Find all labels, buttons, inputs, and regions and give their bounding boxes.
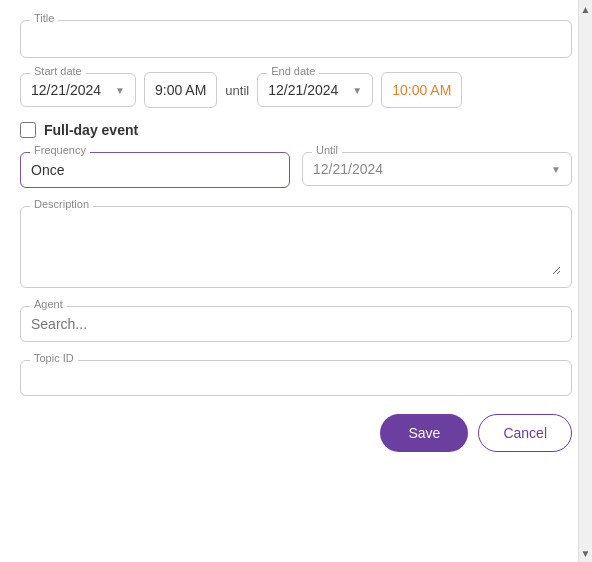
end-date-label: End date <box>267 65 319 77</box>
topic-id-input[interactable] <box>31 370 561 386</box>
topic-id-border <box>20 360 572 396</box>
save-button[interactable]: Save <box>380 414 468 452</box>
frequency-border: Once <box>20 152 290 188</box>
cancel-button[interactable]: Cancel <box>478 414 572 452</box>
description-field-wrapper: Description <box>20 206 572 288</box>
title-input[interactable] <box>31 29 561 49</box>
scroll-down-button[interactable]: ▼ <box>579 544 593 562</box>
until-box: Until 12/21/2024 ▼ <box>302 152 572 186</box>
frequency-box: Frequency Once <box>20 152 290 188</box>
end-time-value: 10:00 AM <box>392 82 451 98</box>
title-field-wrapper: Title <box>20 20 572 58</box>
start-date-value: 12/21/2024 <box>31 82 101 98</box>
frequency-until-row: Frequency Once Until 12/21/2024 ▼ <box>20 152 572 188</box>
start-date-border: 12/21/2024 ▼ <box>20 73 136 107</box>
full-day-checkbox[interactable] <box>20 122 36 138</box>
full-day-label: Full-day event <box>44 122 138 138</box>
frequency-value: Once <box>31 162 64 178</box>
start-date-chevron-icon[interactable]: ▼ <box>115 85 125 96</box>
frequency-label: Frequency <box>30 144 90 156</box>
full-day-row: Full-day event <box>20 122 572 138</box>
agent-search-input[interactable] <box>31 316 561 332</box>
description-border <box>20 206 572 288</box>
datetime-row: Start date 12/21/2024 ▼ 9:00 AM until En… <box>20 72 572 108</box>
form-container: Title Start date 12/21/2024 ▼ 9:00 AM un… <box>0 0 592 562</box>
end-date-value: 12/21/2024 <box>268 82 338 98</box>
description-textarea[interactable] <box>31 215 561 275</box>
agent-label: Agent <box>30 298 67 310</box>
scroll-down-icon: ▼ <box>581 548 591 559</box>
scrollbar: ▲ ▼ <box>578 0 592 562</box>
end-date-section: End date 12/21/2024 ▼ <box>257 73 373 107</box>
end-time-box: 10:00 AM <box>381 72 462 108</box>
until-value: 12/21/2024 <box>313 161 383 177</box>
agent-border <box>20 306 572 342</box>
start-date-section: Start date 12/21/2024 ▼ <box>20 73 136 107</box>
end-date-border: 12/21/2024 ▼ <box>257 73 373 107</box>
until-chevron-icon[interactable]: ▼ <box>551 164 561 175</box>
button-row: Save Cancel <box>20 414 572 452</box>
description-label: Description <box>30 198 93 210</box>
until-border: 12/21/2024 ▼ <box>302 152 572 186</box>
title-border <box>20 20 572 58</box>
title-label: Title <box>30 12 58 24</box>
topic-id-label: Topic ID <box>30 352 78 364</box>
agent-field-wrapper: Agent <box>20 306 572 342</box>
topic-id-field-wrapper: Topic ID <box>20 360 572 396</box>
scroll-up-icon: ▲ <box>581 4 591 15</box>
scroll-up-button[interactable]: ▲ <box>579 0 593 18</box>
start-time-value: 9:00 AM <box>155 82 206 98</box>
until-label: Until <box>312 144 342 156</box>
until-separator: until <box>225 83 249 98</box>
end-date-chevron-icon[interactable]: ▼ <box>352 85 362 96</box>
start-time-box: 9:00 AM <box>144 72 217 108</box>
start-date-label: Start date <box>30 65 86 77</box>
